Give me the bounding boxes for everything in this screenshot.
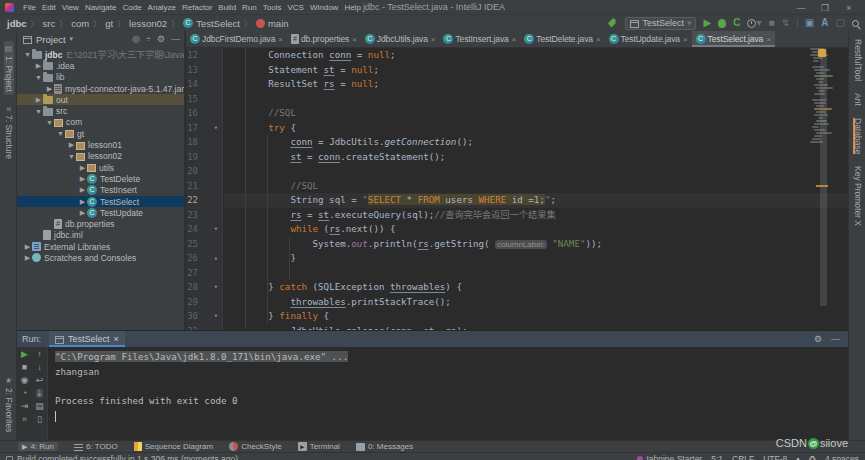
run-button[interactable]: ▶: [703, 18, 711, 28]
coverage-button[interactable]: C: [733, 18, 740, 28]
tree-expand-arrow[interactable]: ▼: [34, 74, 43, 81]
printer-button[interactable]: ▤: [35, 402, 44, 411]
exit-button[interactable]: ⇥: [21, 402, 29, 411]
project-folder-button[interactable]: ▣: [805, 18, 814, 28]
tree-item-externallibraries[interactable]: ▶External Libraries: [17, 241, 184, 252]
tree-item-.idea[interactable]: ▶.idea: [17, 60, 184, 71]
more-button[interactable]: »: [22, 415, 27, 424]
window-minimize-button[interactable]: —: [789, 3, 813, 13]
menu-code[interactable]: Code: [119, 3, 144, 12]
editor-tab-testinsert.java[interactable]: CTestInsert.java×: [439, 31, 520, 47]
tab-close-icon[interactable]: ×: [766, 35, 771, 44]
breadcrumb-item-testselect[interactable]: CTestSelect: [183, 18, 240, 29]
translate-button[interactable]: A: [821, 18, 828, 28]
code-editor[interactable]: 121314151617▾18192021222324▾2526▴2728▾29…: [186, 48, 848, 330]
menu-navigate[interactable]: Navigate: [82, 3, 120, 12]
menu-file[interactable]: File: [20, 3, 39, 12]
tab-close-icon[interactable]: ×: [683, 35, 688, 44]
tree-item-out[interactable]: ▶out: [17, 94, 184, 105]
tree-item-mysql-connector-java-5.1.47.jar[interactable]: ▶mysql-connector-java-5.1.47.jar: [17, 83, 184, 94]
editor-tab-testdelete.java[interactable]: CTestDelete.java×: [520, 31, 604, 47]
tree-item-lesson01[interactable]: ▶lesson01: [17, 139, 184, 150]
menu-vcs[interactable]: VCS: [284, 3, 306, 12]
tree-expand-arrow[interactable]: ▶: [78, 198, 87, 206]
menu-view[interactable]: View: [59, 3, 82, 12]
minimap-slider[interactable]: [820, 48, 827, 306]
camera-button[interactable]: ◉: [21, 376, 29, 385]
console-output[interactable]: "C:\Program Files\Java\jdk1.8.0_171\bin\…: [48, 347, 848, 440]
toolwindow-button-4run[interactable]: ▶4: Run: [18, 442, 58, 451]
tree-item-lesson02[interactable]: ▼lesson02: [17, 151, 184, 162]
tree-item-jdbc.iml[interactable]: jdbc.iml: [17, 230, 184, 241]
stripe-button-1project[interactable]: ▤1: Project: [4, 41, 14, 95]
breadcrumb-item-gt[interactable]: gt: [105, 18, 113, 29]
menu-help[interactable]: Help: [341, 3, 363, 12]
tree-expand-arrow[interactable]: ▼: [45, 119, 54, 126]
fold-marker[interactable]: ▾: [214, 222, 218, 237]
menu-edit[interactable]: Edit: [39, 3, 59, 12]
status-item-51[interactable]: 5:1: [711, 454, 723, 460]
tab-close-icon[interactable]: ×: [596, 35, 601, 44]
status-item-crlf[interactable]: CRLF: [732, 454, 754, 460]
menu-tools[interactable]: Tools: [260, 3, 285, 12]
inspections-indicator[interactable]: [818, 49, 826, 57]
tab-close-icon[interactable]: ×: [278, 35, 283, 44]
settings-gear-icon[interactable]: ⚙: [157, 34, 165, 44]
breadcrumb-item-jdbc[interactable]: jdbc: [7, 18, 27, 29]
tree-expand-arrow[interactable]: ▼: [23, 51, 32, 58]
tree-expand-arrow[interactable]: ▶: [78, 186, 87, 194]
locate-icon[interactable]: ◎: [132, 34, 140, 44]
breadcrumb-item-lesson02[interactable]: lesson02: [129, 18, 167, 29]
tree-expand-arrow[interactable]: ▶: [67, 141, 76, 149]
tree-item-testselect[interactable]: ▶CTestSelect: [17, 196, 184, 207]
fold-marker[interactable]: ▴: [214, 251, 218, 266]
tree-expand-arrow[interactable]: ▶: [78, 175, 87, 183]
window-close-button[interactable]: ×: [837, 3, 861, 13]
tree-item-utils[interactable]: ▶utils: [17, 162, 184, 173]
tree-item-jdbc[interactable]: ▼jdbcE:\2021学习\大三下学期\JavaEE开发\my: [17, 49, 184, 60]
stripe-button-keypromoterx[interactable]: Key Promoter X: [853, 166, 863, 226]
menu-analyze[interactable]: Analyze: [145, 3, 179, 12]
tree-item-testinsert[interactable]: ▶CTestInsert: [17, 185, 184, 196]
toolwindow-button-terminal[interactable]: ▸Terminal: [298, 442, 340, 451]
editor-tab-jdbcfirstdemo.java[interactable]: CJdbcFirstDemo.java×: [186, 31, 287, 47]
trash-button[interactable]: ▯: [37, 415, 42, 424]
status-item-recycle[interactable]: ♻: [808, 454, 816, 460]
window-maximize-button[interactable]: ❐: [813, 3, 837, 13]
project-panel-title[interactable]: Project ▾: [23, 34, 73, 45]
stripe-button-ant[interactable]: Ant: [853, 93, 863, 106]
tree-expand-arrow[interactable]: ▼: [34, 108, 43, 115]
tree-expand-arrow[interactable]: ▼: [67, 153, 76, 160]
tree-expand-arrow[interactable]: ▶: [78, 209, 87, 217]
status-item-4spaces[interactable]: 4 spaces: [825, 454, 859, 460]
tab-close-icon[interactable]: ×: [512, 35, 517, 44]
run-tab-close-icon[interactable]: ×: [114, 334, 119, 344]
tab-close-icon[interactable]: ×: [431, 35, 436, 44]
run-config-selector[interactable]: TestSelect▾: [625, 17, 696, 30]
collapse-all-icon[interactable]: ÷: [146, 34, 151, 44]
search-button[interactable]: [852, 20, 859, 27]
breadcrumb-item-com[interactable]: com: [71, 18, 89, 29]
tree-item-com[interactable]: ▼com: [17, 117, 184, 128]
tree-expand-arrow[interactable]: ▶: [34, 62, 43, 70]
toolwindow-button-6todo[interactable]: 6: TODO: [74, 442, 118, 451]
fold-marker[interactable]: ▾: [214, 280, 218, 295]
menu-window[interactable]: Window: [307, 3, 341, 12]
tree-expand-arrow[interactable]: ▼: [56, 130, 65, 137]
hide-panel-icon[interactable]: —: [831, 334, 840, 344]
editor-tab-db.properties[interactable]: #db.properties×: [287, 31, 361, 47]
menu-run[interactable]: Run: [239, 3, 260, 12]
stripe-button-database[interactable]: Database: [853, 118, 863, 154]
stop-button[interactable]: ■: [768, 18, 774, 28]
tree-expand-arrow[interactable]: ▶: [23, 254, 32, 262]
tree-item-gt[interactable]: ▼gt: [17, 128, 184, 139]
fold-marker[interactable]: ▾: [214, 309, 218, 324]
toolwindow-button-sequencediagram[interactable]: Sequence Diagram: [134, 442, 213, 451]
breadcrumb-item-main[interactable]: main: [256, 18, 289, 29]
stripe-button-7structure[interactable]: ≡7: Structure: [4, 107, 14, 159]
toolwindow-button-0messages[interactable]: 0: Messages: [356, 442, 413, 451]
fold-marker[interactable]: ▾: [214, 121, 218, 136]
status-item-lock[interactable]: ▪: [796, 454, 799, 460]
status-item-utf8[interactable]: UTF-8: [763, 454, 787, 460]
tree-expand-arrow[interactable]: ▶: [45, 85, 54, 93]
